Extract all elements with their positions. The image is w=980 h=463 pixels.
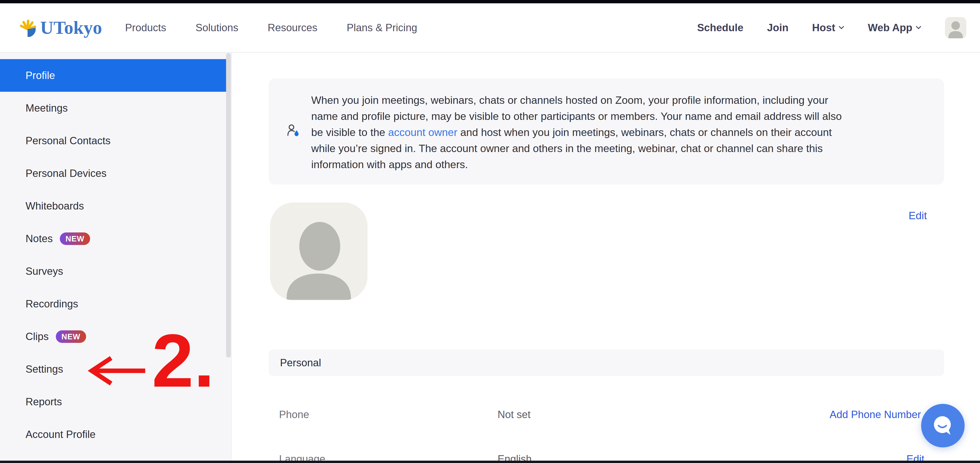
profile-picture-placeholder[interactable] [270,202,368,300]
add-phone-number-link[interactable]: Add Phone Number [830,409,921,420]
sidebar-item-label: Personal Devices [25,167,107,179]
annotation-arrow [88,355,147,387]
sidebar-item-account-profile[interactable]: Account Profile [0,418,227,451]
sidebar-item-notes[interactable]: Notes NEW [0,222,227,255]
profile-privacy-notice: When you join meetings, webinars, chats … [269,78,944,185]
notice-line: while you’re signed in. The account owne… [311,140,842,156]
sidebar-item-label: Profile [25,70,55,81]
sidebar-item-label: Meetings [25,102,68,114]
sidebar-item-label: Recordings [25,298,78,310]
person-icon [945,17,966,38]
annotation-step-number: 2. [152,323,215,398]
web-app-label: Web App [868,22,912,33]
header-actions: Schedule Join Host Web App [697,3,966,52]
sidebar-item-label: Clips [25,331,49,342]
sidebar-item-personal-contacts[interactable]: Personal Contacts [0,124,227,157]
notice-line: When you join meetings, webinars, chats … [311,92,842,108]
sidebar-scrollbar[interactable] [226,53,231,358]
sidebar-item-label: Personal Contacts [25,135,111,146]
edit-profile-picture-link[interactable]: Edit [908,210,927,222]
join-link[interactable]: Join [767,22,788,33]
sidebar-item-label: Account Profile [25,428,95,440]
host-label: Host [812,22,835,33]
sidebar-item-personal-devices[interactable]: Personal Devices [0,157,227,189]
chevron-down-icon [838,26,844,30]
main-nav: Products Solutions Resources Plans & Pri… [125,3,417,52]
chat-bubble-icon [930,413,956,438]
phone-label: Phone [279,409,309,420]
user-avatar[interactable] [945,17,966,38]
letterbox-top [0,0,980,3]
profile-privacy-icon [286,124,300,137]
notice-line-text: and host when you join meetings, webinar… [457,126,832,138]
notice-line-text: be visible to the [311,126,388,138]
support-chat-button[interactable] [921,404,965,447]
sidebar-item-label: Settings [25,363,63,375]
notice-line-text: name and profile picture, may be visible… [311,110,842,122]
sidebar-item-recordings[interactable]: Recordings [0,288,227,320]
sidebar-item-surveys[interactable]: Surveys [0,255,227,288]
notice-line: name and profile picture, may be visible… [311,108,842,124]
notice-line: be visible to the account owner and host… [311,124,842,140]
new-badge: NEW [60,232,90,245]
top-navbar: UTokyo Products Solutions Resources Plan… [0,3,980,53]
schedule-label: Schedule [697,22,743,33]
notice-text: When you join meetings, webinars, chats … [311,92,842,173]
join-label: Join [767,22,788,33]
sidebar-item-profile[interactable]: Profile [0,59,227,92]
nav-plans-pricing[interactable]: Plans & Pricing [347,22,417,33]
nav-products[interactable]: Products [125,22,166,33]
personal-section-header: Personal [269,350,944,376]
nav-resources[interactable]: Resources [268,22,317,33]
web-app-menu[interactable]: Web App [868,22,921,33]
person-icon [270,202,368,300]
phone-value: Not set [498,409,530,420]
nav-solutions[interactable]: Solutions [196,22,239,33]
sidebar-item-label: Reports [25,396,62,408]
chevron-down-icon [916,26,921,30]
letterbox-bottom [0,461,980,463]
logo-text: UTokyo [40,17,102,38]
sidebar-item-label: Whiteboards [25,200,84,212]
sidebar-item-meetings[interactable]: Meetings [0,92,227,124]
notice-line: information with apps and others. [311,156,842,173]
new-badge: NEW [56,330,86,343]
personal-section-title: Personal [280,357,321,369]
sidebar-item-whiteboards[interactable]: Whiteboards [0,189,227,222]
utokyo-logo[interactable]: UTokyo [18,3,102,52]
sidebar-item-label: Notes [25,233,53,245]
account-owner-link[interactable]: account owner [388,126,457,138]
utokyo-ginkgo-icon [18,18,37,37]
host-menu[interactable]: Host [812,22,844,33]
schedule-link[interactable]: Schedule [697,22,743,33]
sidebar-item-label: Surveys [25,265,63,277]
